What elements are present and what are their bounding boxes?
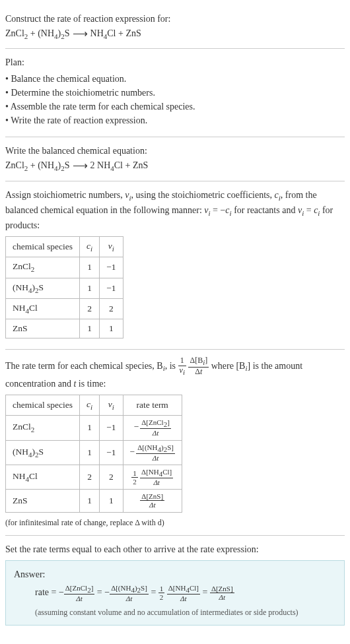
cell-nui: 2 <box>100 298 123 319</box>
den: Δt <box>140 501 164 509</box>
table-row: NH4Cl 2 2 <box>6 298 123 319</box>
txt: (NH <box>38 28 54 38</box>
plan-item: Assemble the rate term for each chemical… <box>5 100 345 113</box>
sub: i <box>112 245 114 253</box>
product-zns: ZnS <box>125 28 141 38</box>
txt: for reactants and <box>232 205 298 215</box>
den: 2 <box>158 593 165 601</box>
frac: Δ[NH4Cl]Δt <box>140 468 173 486</box>
rate-term-table: chemical species ci νi rate term ZnCl2 1… <box>5 395 182 513</box>
minus-icon: − <box>130 447 135 457</box>
den: Δt <box>167 595 200 602</box>
txt: (NH <box>38 160 54 170</box>
txt: The rate term for each chemical species,… <box>5 361 163 371</box>
cell-ci: 2 <box>80 298 100 319</box>
den: Δt <box>136 454 175 462</box>
set-equal-text: Set the rate terms equal to each other t… <box>5 542 345 556</box>
txt: ] <box>91 584 94 592</box>
den: 2 <box>131 478 138 486</box>
num: Δ[ZnS] <box>140 492 164 501</box>
txt: ZnCl <box>13 261 31 271</box>
col-species: chemical species <box>6 395 80 416</box>
txt: S <box>65 160 70 170</box>
sub: 2 <box>31 426 35 434</box>
num: 1 <box>158 585 165 593</box>
unbalanced-equation: ZnCl2 + (NH4)2S ⟶ NH4Cl + ZnS <box>5 26 345 42</box>
txt: , using the stoichiometric coefficients, <box>131 190 274 200</box>
txt: ZnCl <box>13 422 31 432</box>
den: Δt <box>140 478 173 486</box>
section-prompt: Construct the rate of reaction expressio… <box>5 5 345 49</box>
txt: S <box>39 447 44 457</box>
num: Δ[ZnCl2] <box>140 418 171 429</box>
txt: NH <box>90 28 104 38</box>
num: Δ[(NH4)2S] <box>110 584 149 595</box>
cell-species: ZnCl2 <box>6 257 80 278</box>
cell-species: NH4Cl <box>6 465 80 489</box>
reactant-nh42s: (NH4)2S <box>38 28 69 38</box>
table-row: ZnS 1 1 Δ[ZnS]Δt <box>6 490 182 512</box>
term-zncl2: Δ[ZnCl2]Δt <box>64 584 95 602</box>
txt: Δ[ZnCl <box>65 584 87 592</box>
den: Δt <box>110 595 149 602</box>
col-nui: νi <box>100 237 123 257</box>
table-row: (NH4)2S 1 −1 −Δ[(NH4)2S]Δt <box>6 440 182 465</box>
product-nh4cl: NH4Cl <box>97 160 123 170</box>
col-ci: ci <box>80 237 100 257</box>
coef-half: 12 <box>158 585 165 601</box>
num: 1 <box>131 469 138 478</box>
num: 1 <box>178 356 186 366</box>
col-species: chemical species <box>6 237 80 257</box>
table-header-row: chemical species ci νi rate term <box>6 395 182 416</box>
txt: Cl] <box>162 468 172 476</box>
txt: Δ <box>195 367 200 376</box>
den: νi <box>178 366 186 377</box>
txt: ] <box>167 418 170 426</box>
plan-list: Balance the chemical equation. Determine… <box>5 72 345 127</box>
txt: NH <box>97 160 110 170</box>
reactant-zncl2: ZnCl2 <box>5 160 28 170</box>
txt: Cl <box>114 160 123 170</box>
minus-icon: − <box>59 587 64 597</box>
num: Δ[NH4Cl] <box>167 584 200 595</box>
cell-ci: 1 <box>80 319 100 338</box>
coef-2: 2 <box>90 160 98 170</box>
txt: Δ[ZnCl <box>141 418 163 426</box>
minus-icon: − <box>104 587 110 597</box>
table-row: (NH4)2S 1 −1 <box>6 278 123 298</box>
term-nh42s: Δ[(NH4)2S]Δt <box>110 584 149 602</box>
cell-species: ZnCl2 <box>6 416 80 440</box>
cell-species: (NH4)2S <box>6 278 80 298</box>
txt: Δ[(NH <box>137 443 157 451</box>
sub: i <box>90 245 92 253</box>
section-balanced: Write the balanced chemical equation: Zn… <box>5 137 345 181</box>
txt: is time: <box>76 379 106 389</box>
frac-dbi-dt: Δ[Bi] Δt <box>188 356 209 377</box>
rate-label: rate = <box>35 587 59 597</box>
stoich-table: chemical species ci νi ZnCl2 1 −1 (NH4)2… <box>5 236 123 338</box>
txt: NH <box>13 471 26 481</box>
prompt-line: Construct the rate of reaction expressio… <box>5 12 345 26</box>
num: Δ[ZnCl2] <box>64 584 95 595</box>
txt: S] <box>167 443 174 451</box>
sub: i <box>112 403 114 411</box>
cell-nui: −1 <box>100 278 123 298</box>
plus: + <box>116 28 126 38</box>
sub: 2 <box>31 265 35 273</box>
cell-nui: 1 <box>100 319 123 338</box>
frac: Δ[ZnCl2]Δt <box>140 418 171 437</box>
table-row: ZnCl2 1 −1 −Δ[ZnCl2]Δt <box>6 416 182 440</box>
arrow-icon: ⟶ <box>70 28 90 39</box>
cell-ci: 2 <box>80 465 100 489</box>
term-zns: Δ[ZnS]Δt <box>210 585 234 601</box>
txt: , is <box>165 361 178 371</box>
plan-item: Determine the stoichiometric numbers. <box>5 86 345 100</box>
frac-one-over-nu: 1 νi <box>178 356 186 377</box>
section-answer: Set the rate terms equal to each other t… <box>5 536 345 626</box>
txt: Δ[B <box>190 356 203 365</box>
plus: + <box>28 160 38 170</box>
product-nh4cl: NH4Cl <box>90 28 116 38</box>
den: Δt <box>210 593 234 601</box>
cell-ci: 1 <box>80 278 100 298</box>
cell-ci: 1 <box>80 440 100 465</box>
